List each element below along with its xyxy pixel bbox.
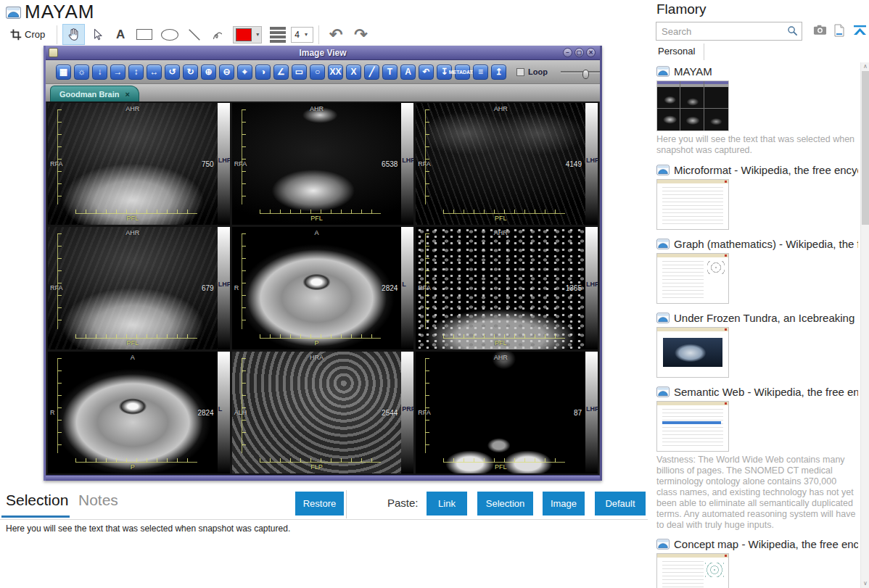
undo-button[interactable]: ↶: [324, 24, 347, 45]
snapshot-title[interactable]: Under Frozen Tundra, an Icebreaking Ship…: [674, 312, 858, 324]
snapshot-title[interactable]: Semantic Web - Wikipedia, the free encyc…: [674, 386, 858, 398]
ellipse-tool-button[interactable]: [157, 24, 182, 45]
undo-icon[interactable]: ↶: [419, 65, 434, 80]
cine-play-icon[interactable]: ☼: [74, 65, 89, 80]
text-tool-button[interactable]: A: [110, 24, 131, 45]
paste-default-button[interactable]: Default: [595, 492, 646, 515]
slice-value: 750: [202, 160, 214, 168]
goto-icon[interactable]: →: [110, 65, 125, 80]
chevron-down-icon[interactable]: ▾: [254, 31, 261, 38]
mri-viewport[interactable]: HRAALH2544FLPPRF: [232, 352, 414, 473]
snapshot-item[interactable]: Under Frozen Tundra, an Icebreaking Ship…: [656, 310, 858, 378]
scroll-up-icon[interactable]: ∧: [861, 62, 869, 71]
orientation-label-bottom: PFL: [495, 215, 507, 222]
orientation-label-right: L: [218, 405, 223, 413]
select-tool-button[interactable]: [86, 24, 108, 45]
tab-selection[interactable]: Selection: [6, 492, 68, 509]
pixel-values-icon[interactable]: XX: [328, 65, 343, 80]
restore-button[interactable]: Restore: [295, 492, 344, 515]
horizontal-ruler: [260, 210, 382, 214]
vertical-ruler: [242, 358, 246, 453]
orientation-label-top: A: [131, 354, 135, 361]
snapshot-item[interactable]: Microformat - Wikipedia, the free encycl…: [656, 162, 858, 230]
snapshot-item[interactable]: Graph (mathematics) - Wikipedia, the fre…: [656, 236, 858, 304]
hand-tool-button[interactable]: [62, 24, 85, 45]
mri-viewport[interactable]: AHRRFA4149PFLLHP: [416, 103, 598, 225]
search-input[interactable]: [656, 22, 802, 41]
image-view-titlebar[interactable]: Image View − ▢ ✕: [46, 46, 600, 60]
orientation-label-top: AHR: [125, 105, 139, 112]
arrow-annotation-icon[interactable]: A: [400, 65, 416, 80]
import-icon[interactable]: ↓: [92, 65, 107, 80]
search-icon[interactable]: [787, 25, 798, 39]
divider: [57, 25, 57, 44]
snapshot-item[interactable]: Concept map - Wikipedia, the free encycl…: [656, 537, 858, 588]
scrollbar-thumb[interactable]: [862, 71, 869, 225]
redo-button[interactable]: ↷: [349, 24, 372, 45]
mri-viewport[interactable]: AHRRFA1365PFLLHP: [416, 227, 598, 349]
export-icon[interactable]: ↥: [491, 65, 506, 80]
camera-icon[interactable]: [813, 24, 827, 38]
pan-icon[interactable]: ⌖: [237, 65, 252, 80]
tab-goodman-brain[interactable]: Goodman Brain ×: [50, 86, 139, 102]
mri-viewport[interactable]: AHRRFA6538PFLLHP: [232, 103, 414, 225]
snapshot-thumbnail[interactable]: [656, 553, 729, 588]
scrollbar[interactable]: ∧ ∨: [860, 62, 869, 588]
loop-checkbox[interactable]: [516, 68, 524, 76]
window-level-icon[interactable]: ◑: [255, 65, 271, 80]
zoom-out-icon[interactable]: ⊖: [219, 65, 234, 80]
slider-thumb[interactable]: [582, 70, 589, 79]
mri-viewport[interactable]: AHRRFA750PFLLHP: [48, 103, 230, 225]
clear-annotations-icon[interactable]: X: [346, 65, 361, 80]
zoom-in-icon[interactable]: ⊕: [201, 65, 216, 80]
tab-personal[interactable]: Personal: [656, 44, 704, 60]
paste-image-button[interactable]: Image: [543, 492, 585, 515]
roi-ellipse-icon[interactable]: ○: [310, 65, 325, 80]
size-select[interactable]: 4 ▾: [291, 27, 313, 43]
snapshot-item[interactable]: MAYAMHere you will see the text that was…: [656, 64, 858, 156]
mri-viewport[interactable]: AR2824PL: [232, 227, 414, 349]
layout-grid-icon[interactable]: ▦: [56, 65, 71, 80]
line-width-icon[interactable]: [270, 27, 286, 43]
paste-link-button[interactable]: Link: [427, 492, 467, 515]
series-stack-icon[interactable]: ≡: [473, 65, 488, 80]
measure-icon[interactable]: ∠: [273, 65, 289, 80]
paste-selection-button[interactable]: Selection: [477, 492, 533, 515]
tab-close-icon[interactable]: ×: [125, 90, 130, 99]
cine-speed-slider[interactable]: [561, 67, 600, 77]
flamory-logo-icon[interactable]: [853, 24, 867, 39]
snapshot-thumbnail[interactable]: [656, 401, 729, 452]
snapshot-thumbnail[interactable]: [656, 179, 729, 230]
snapshot-thumbnail[interactable]: [656, 327, 729, 378]
horizontal-ruler: [75, 334, 197, 339]
mri-viewport[interactable]: AHRRFA679PFLLHP: [48, 227, 230, 349]
mri-viewport[interactable]: AR2824PL: [48, 352, 230, 473]
metadata-icon[interactable]: METADATA: [455, 65, 470, 80]
snapshot-item[interactable]: Semantic Web - Wikipedia, the free encyc…: [656, 384, 858, 530]
draw-icon[interactable]: ╱: [364, 65, 379, 80]
size-value: 4: [295, 30, 300, 40]
tab-notes[interactable]: Notes: [78, 492, 118, 509]
snapshot-title[interactable]: MAYAM: [674, 65, 712, 78]
snapshot-thumbnail[interactable]: [656, 253, 729, 304]
page-icon[interactable]: [833, 24, 845, 40]
line-tool-button[interactable]: [184, 24, 205, 45]
scroll-horizontal-icon[interactable]: ↔: [147, 65, 162, 80]
text-annotation-icon[interactable]: T: [382, 65, 398, 80]
snapshot-title[interactable]: Microformat - Wikipedia, the free encycl…: [674, 164, 858, 176]
scroll-vertical-icon[interactable]: ↕: [128, 65, 144, 80]
scroll-down-icon[interactable]: ∨: [861, 579, 869, 588]
snapshot-title[interactable]: Graph (mathematics) - Wikipedia, the fre…: [674, 238, 858, 250]
snapshot-title[interactable]: Concept map - Wikipedia, the free encycl…: [674, 538, 858, 550]
rectangle-tool-button[interactable]: [133, 24, 156, 45]
rotate-right-icon[interactable]: ↻: [183, 65, 198, 80]
rotate-left-icon[interactable]: ↺: [165, 65, 180, 80]
crop-button[interactable]: Crop: [3, 24, 52, 45]
freehand-tool-button[interactable]: [207, 24, 228, 45]
color-picker-button[interactable]: ▾: [233, 26, 262, 44]
roi-rectangle-icon[interactable]: ▭: [292, 65, 307, 80]
mri-viewport[interactable]: AHRRFA87PFLLHP: [416, 352, 598, 473]
snapshot-thumbnail[interactable]: [656, 80, 729, 131]
divider: [346, 490, 347, 518]
orientation-label-right: LHP: [586, 157, 598, 164]
